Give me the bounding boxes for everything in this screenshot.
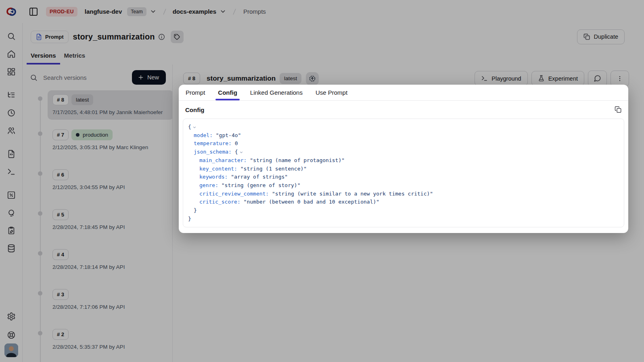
card-tabs: Prompt Config Linked Generations Use Pro…	[179, 85, 628, 101]
card-tab-linked-generations[interactable]: Linked Generations	[250, 85, 303, 100]
card-tab-prompt[interactable]: Prompt	[185, 85, 205, 100]
version-peek-card: Prompt Config Linked Generations Use Pro…	[179, 85, 628, 233]
langfuse-app: PROD-EU langfuse-dev Team docs-examples …	[0, 0, 644, 362]
json-line: keywords: "array of strings"	[188, 173, 619, 181]
copy-config-icon[interactable]	[615, 106, 622, 113]
config-json-viewer: { model: "gpt-4o" temperature: 0 json_sc…	[183, 119, 624, 227]
card-tab-config[interactable]: Config	[217, 85, 237, 100]
json-line: json_schema: {	[188, 148, 619, 156]
json-line: genre: "string (genre of story)"	[188, 181, 619, 190]
json-line: }	[188, 206, 619, 215]
config-section-header: Config	[179, 101, 628, 117]
collapse-chevron-icon[interactable]	[192, 125, 197, 129]
json-line: model: "gpt-4o"	[188, 131, 619, 140]
json-line: key_content: "string (1 sentence)"	[188, 165, 619, 173]
json-line: main_character: "string (name of protago…	[188, 156, 619, 165]
json-line: {	[188, 123, 619, 131]
json-line: critic_score: "number (between 0 bad and…	[188, 198, 619, 206]
json-line: }	[188, 215, 619, 223]
collapse-chevron-icon[interactable]	[239, 150, 243, 154]
config-section-title: Config	[185, 106, 204, 113]
json-line: temperature: 0	[188, 139, 619, 148]
card-tab-use-prompt[interactable]: Use Prompt	[315, 85, 348, 100]
json-line: critic_review_comment: "string (write si…	[188, 190, 619, 198]
